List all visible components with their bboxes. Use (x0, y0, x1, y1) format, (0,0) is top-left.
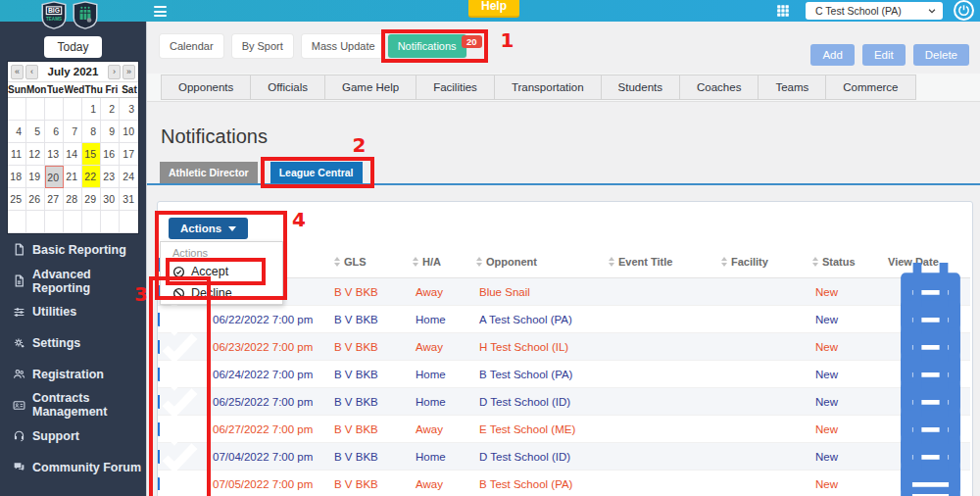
subnav-game-help[interactable]: Game Help (324, 74, 416, 100)
row-checkbox[interactable] (158, 450, 202, 496)
calendar-date-cell[interactable]: 31 (120, 188, 138, 211)
help-button[interactable]: Help (468, 0, 519, 18)
column-header-h-a[interactable]: H/A (408, 256, 471, 268)
cell-home-away: Away (408, 478, 471, 490)
subnav-teams[interactable]: Teams (758, 74, 826, 100)
dropdown-item-decline[interactable]: Decline (161, 282, 282, 304)
hamburger-menu-icon[interactable] (154, 6, 167, 17)
calendar-date-cell[interactable] (64, 98, 82, 121)
calendar-date-cell[interactable]: 9 (101, 121, 120, 143)
calendar-date-cell[interactable]: 21 (64, 166, 82, 188)
calendar-date-cell[interactable]: 23 (101, 166, 120, 188)
calendar-date-cell[interactable]: 24 (120, 166, 138, 188)
tab-by-sport[interactable]: By Sport (232, 34, 293, 58)
calendar-date-cell[interactable]: 1 (82, 98, 101, 121)
calendar-date-cell[interactable]: 15 (82, 143, 101, 166)
subnav-coaches[interactable]: Coaches (679, 74, 759, 100)
calendar-prev-year-button[interactable]: « (11, 65, 24, 79)
calendar-date-cell[interactable] (82, 211, 101, 233)
calendar-date-cell[interactable]: 12 (26, 143, 45, 166)
calendar-date-cell[interactable]: 26 (26, 188, 45, 211)
calendar-date-cell[interactable] (26, 211, 45, 233)
calendar-date-cell[interactable] (26, 98, 45, 121)
calendar-prev-month-button[interactable]: ‹ (25, 65, 38, 79)
calendar-date-cell[interactable]: 6 (45, 121, 64, 143)
table-row: 06/24/2022 7:00 pmB V BKBHomeB Test Scho… (158, 361, 970, 388)
sidebar-item-basic-reporting[interactable]: Basic Reporting (0, 234, 146, 266)
calendar-date-cell[interactable]: 4 (8, 121, 26, 143)
tab-mass-update[interactable]: Mass Update (302, 34, 385, 58)
view-date-calendar-icon[interactable] (891, 450, 970, 496)
cell-date: 07/04/2022 7:00 pm (202, 451, 329, 463)
sidebar-item-advanced-reporting[interactable]: Advanced Reporting (0, 266, 146, 297)
calendar-next-year-button[interactable]: » (122, 65, 135, 79)
subnav-facilities[interactable]: Facilities (416, 74, 495, 100)
calendar-date-cell[interactable]: 8 (82, 121, 101, 143)
table-row: 06/27/2022 7:00 pmB V BKBAwayE Test Scho… (158, 416, 970, 443)
cell-gls: B V BKB (329, 478, 408, 490)
sidebar-item-support[interactable]: Support (0, 421, 146, 452)
sidebar-item-utilities[interactable]: Utilities (0, 296, 146, 327)
subnav-transportation[interactable]: Transportation (494, 74, 602, 100)
cell-gls: B V BKB (329, 341, 408, 353)
sidebar-item-community-forum[interactable]: Community Forum (0, 452, 146, 483)
subnav-officials[interactable]: Officials (250, 74, 325, 100)
logout-power-icon[interactable] (954, 0, 974, 21)
apps-grid-icon[interactable] (776, 4, 790, 18)
calendar-date-cell[interactable]: 2 (101, 98, 120, 121)
subnav-students[interactable]: Students (601, 74, 680, 100)
add-button[interactable]: Add (810, 44, 854, 66)
column-header-event-title[interactable]: Event Title (604, 256, 716, 268)
calendar-date-cell[interactable]: 3 (120, 98, 138, 121)
calendar-date-cell[interactable]: 5 (26, 121, 45, 143)
calendar-date-cell[interactable]: 25 (8, 188, 26, 211)
calendar-date-cell[interactable]: 28 (64, 188, 82, 211)
calendar-date-cell[interactable]: 16 (101, 143, 120, 166)
calendar-date-cell[interactable] (45, 98, 64, 121)
sidebar-item-registration[interactable]: Registration (0, 359, 146, 390)
calendar-date-cell[interactable] (64, 211, 82, 233)
calendar-date-cell[interactable]: 30 (101, 188, 120, 211)
view-tab-athletic-director[interactable]: Athletic Director (160, 162, 258, 183)
cell-status: New (808, 369, 883, 380)
calendar-date-cell[interactable]: 19 (26, 166, 45, 188)
tab-calendar[interactable]: Calendar (160, 34, 223, 58)
calendar-date-cell[interactable]: 13 (45, 143, 64, 166)
delete-button[interactable]: Delete (913, 44, 969, 66)
calendar-date-cell[interactable] (8, 98, 26, 121)
subnav-opponents[interactable]: Opponents (161, 74, 251, 100)
calendar-date-cell[interactable]: 20 (45, 166, 64, 188)
calendar-date-cell[interactable]: 7 (64, 121, 82, 143)
tab-label: Notifications (398, 40, 457, 52)
sidebar-item-contracts-management[interactable]: Contracts Management (0, 389, 146, 421)
cell-date: 06/23/2022 7:00 pm (202, 341, 329, 353)
actions-dropdown-button[interactable]: Actions (169, 218, 248, 239)
calendar-date-cell[interactable]: 11 (8, 143, 26, 166)
tab-notifications[interactable]: Notifications20 (388, 34, 466, 58)
calendar-date-cell[interactable]: 22 (82, 166, 101, 188)
column-header-opponent[interactable]: Opponent (471, 256, 604, 268)
calendar-date-cell[interactable]: 10 (120, 121, 138, 143)
calendar-date-cell[interactable]: 18 (8, 166, 26, 188)
column-header-gls[interactable]: GLS (329, 256, 408, 268)
calendar-date-cell[interactable]: 27 (45, 188, 64, 211)
calendar-date-cell[interactable] (101, 211, 120, 233)
calendar-date-cell[interactable]: 29 (82, 188, 101, 211)
view-tab-league-central[interactable]: League Central (270, 162, 363, 183)
school-selector[interactable]: C Test School (PA) (806, 2, 943, 20)
sidebar-item-settings[interactable]: Settings (0, 327, 146, 359)
column-header-facility[interactable]: Facility (716, 256, 808, 268)
calendar-date-cell[interactable] (8, 211, 26, 233)
calendar-date-cell[interactable] (120, 211, 138, 233)
today-button[interactable]: Today (44, 36, 101, 58)
calendar-date-cell[interactable]: 14 (64, 143, 82, 166)
tab-row: CalendarBy SportMass UpdateNotifications… (160, 34, 466, 58)
cell-gls: B V BKB (329, 314, 408, 325)
edit-button[interactable]: Edit (862, 44, 906, 66)
dropdown-item-accept[interactable]: Accept (161, 261, 282, 282)
calendar-next-month-button[interactable]: › (108, 65, 121, 79)
calendar-date-cell[interactable]: 17 (120, 143, 138, 166)
subnav-commerce[interactable]: Commerce (825, 74, 915, 100)
column-header-status[interactable]: Status (808, 256, 883, 268)
calendar-date-cell[interactable] (45, 211, 64, 233)
